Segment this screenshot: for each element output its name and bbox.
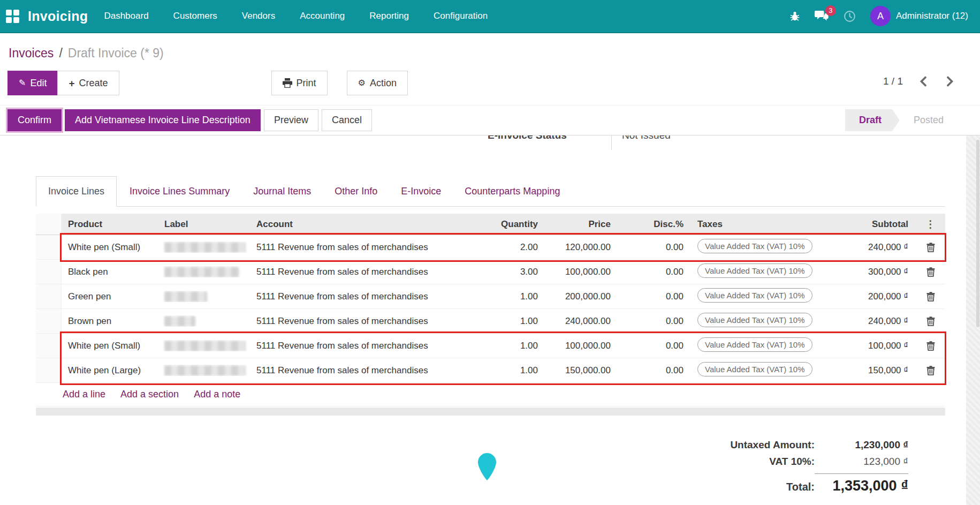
nav-item-dashboard[interactable]: Dashboard	[104, 11, 148, 21]
discount-cell[interactable]: 0.00	[618, 341, 691, 351]
tab-e-invoice[interactable]: E-Invoice	[401, 177, 441, 206]
taxes-cell[interactable]: Value Added Tax (VAT) 10%	[691, 337, 831, 355]
activities-button[interactable]	[843, 10, 856, 23]
account-cell[interactable]: 5111 Revenue from sales of merchandises	[250, 267, 470, 277]
preview-button[interactable]: Preview	[264, 109, 318, 131]
account-cell[interactable]: 5111 Revenue from sales of merchandises	[250, 316, 470, 327]
app-title[interactable]: Invoicing	[28, 9, 88, 24]
tax-tag[interactable]: Value Added Tax (VAT) 10%	[697, 239, 812, 253]
add-vietnamese-description-button[interactable]: Add Vietnamese Invoice Line Description	[65, 109, 261, 131]
breadcrumb-invoices-link[interactable]: Invoices	[9, 46, 54, 61]
table-row[interactable]: Brown pen 5111 Revenue from sales of mer…	[36, 309, 945, 334]
create-button[interactable]: + Create	[57, 71, 119, 95]
add-note-link[interactable]: Add a note	[194, 389, 240, 400]
label-cell[interactable]	[158, 340, 250, 351]
table-row[interactable]: White pen (Small) 5111 Revenue from sale…	[36, 235, 945, 260]
header-quantity[interactable]: Quantity	[470, 219, 545, 230]
optional-columns-icon[interactable]: ⋮	[916, 218, 945, 230]
taxes-cell[interactable]: Value Added Tax (VAT) 10%	[691, 362, 831, 379]
apps-menu-button[interactable]	[0, 0, 25, 33]
quantity-cell[interactable]: 1.00	[470, 316, 545, 327]
product-cell[interactable]: White pen (Large)	[62, 365, 158, 376]
delete-row-button[interactable]	[916, 267, 945, 277]
print-button[interactable]: Print	[271, 71, 328, 95]
taxes-cell[interactable]: Value Added Tax (VAT) 10%	[691, 288, 831, 305]
discount-cell[interactable]: 0.00	[618, 291, 691, 302]
edit-button[interactable]: ✎ Edit	[7, 71, 58, 95]
table-row[interactable]: Green pen 5111 Revenue from sales of mer…	[36, 284, 945, 309]
nav-item-vendors[interactable]: Vendors	[242, 11, 275, 21]
status-step-draft[interactable]: Draft	[845, 109, 900, 131]
user-menu[interactable]: A Administrator (12)	[870, 6, 968, 26]
add-section-link[interactable]: Add a section	[120, 389, 179, 400]
vertical-scrollbar[interactable]	[966, 135, 980, 505]
row-handle[interactable]	[36, 260, 62, 284]
taxes-cell[interactable]: Value Added Tax (VAT) 10%	[691, 313, 831, 330]
horizontal-scrollbar[interactable]	[36, 408, 945, 416]
header-subtotal[interactable]: Subtotal	[831, 219, 916, 230]
messages-button[interactable]: 3	[815, 10, 829, 22]
label-cell[interactable]	[158, 315, 250, 327]
discount-cell[interactable]: 0.00	[618, 242, 691, 253]
price-cell[interactable]: 100,000.00	[545, 341, 618, 351]
pager-previous-button[interactable]	[917, 74, 930, 89]
vertical-scrollbar-thumb[interactable]	[976, 140, 979, 327]
price-cell[interactable]: 200,000.00	[545, 291, 618, 302]
delete-row-button[interactable]	[916, 366, 945, 375]
nav-item-accounting[interactable]: Accounting	[300, 11, 345, 21]
discount-cell[interactable]: 0.00	[618, 316, 691, 327]
product-cell[interactable]: Black pen	[62, 267, 158, 277]
row-handle[interactable]	[36, 358, 62, 382]
tab-other-info[interactable]: Other Info	[335, 177, 377, 206]
tab-invoice-lines[interactable]: Invoice Lines	[36, 176, 117, 207]
tax-tag[interactable]: Value Added Tax (VAT) 10%	[697, 288, 812, 303]
product-cell[interactable]: Green pen	[62, 291, 158, 302]
price-cell[interactable]: 100,000.00	[545, 267, 618, 277]
delete-row-button[interactable]	[916, 316, 945, 326]
quantity-cell[interactable]: 1.00	[470, 291, 545, 302]
tax-tag[interactable]: Value Added Tax (VAT) 10%	[697, 313, 812, 327]
tax-tag[interactable]: Value Added Tax (VAT) 10%	[697, 362, 812, 376]
add-line-link[interactable]: Add a line	[63, 389, 105, 400]
delete-row-button[interactable]	[916, 292, 945, 302]
price-cell[interactable]: 120,000.00	[545, 242, 618, 253]
price-cell[interactable]: 150,000.00	[545, 365, 618, 376]
nav-item-customers[interactable]: Customers	[173, 11, 217, 21]
account-cell[interactable]: 5111 Revenue from sales of merchandises	[250, 242, 470, 253]
confirm-button[interactable]: Confirm	[7, 109, 62, 131]
taxes-cell[interactable]: Value Added Tax (VAT) 10%	[691, 239, 831, 256]
label-cell[interactable]	[158, 242, 250, 253]
label-cell[interactable]	[158, 365, 250, 376]
product-cell[interactable]: Brown pen	[62, 316, 158, 327]
tax-tag[interactable]: Value Added Tax (VAT) 10%	[697, 337, 812, 352]
discount-cell[interactable]: 0.00	[618, 267, 691, 277]
taxes-cell[interactable]: Value Added Tax (VAT) 10%	[691, 263, 831, 281]
status-step-posted[interactable]: Posted	[900, 109, 958, 131]
header-label[interactable]: Label	[158, 219, 250, 230]
quantity-cell[interactable]: 2.00	[470, 242, 545, 253]
table-row[interactable]: White pen (Small) 5111 Revenue from sale…	[36, 334, 945, 358]
row-handle[interactable]	[36, 309, 62, 333]
quantity-cell[interactable]: 1.00	[470, 365, 545, 376]
table-row[interactable]: Black pen 5111 Revenue from sales of mer…	[36, 260, 945, 284]
tax-tag[interactable]: Value Added Tax (VAT) 10%	[697, 263, 812, 278]
label-cell[interactable]	[158, 266, 250, 277]
header-account[interactable]: Account	[250, 219, 470, 230]
header-price[interactable]: Price	[545, 219, 618, 230]
header-disc[interactable]: Disc.%	[618, 219, 691, 230]
header-product[interactable]: Product	[62, 219, 158, 230]
row-handle[interactable]	[36, 334, 62, 358]
nav-item-reporting[interactable]: Reporting	[369, 11, 409, 21]
quantity-cell[interactable]: 3.00	[470, 267, 545, 277]
nav-item-configuration[interactable]: Configuration	[434, 11, 488, 21]
row-handle[interactable]	[36, 235, 62, 259]
tab-invoice-lines-summary[interactable]: Invoice Lines Summary	[130, 177, 230, 206]
tab-journal-items[interactable]: Journal Items	[253, 177, 311, 206]
delete-row-button[interactable]	[916, 243, 945, 252]
account-cell[interactable]: 5111 Revenue from sales of merchandises	[250, 365, 470, 376]
delete-row-button[interactable]	[916, 341, 945, 351]
product-cell[interactable]: White pen (Small)	[62, 341, 158, 351]
debug-button[interactable]	[789, 10, 801, 22]
price-cell[interactable]: 240,000.00	[545, 316, 618, 327]
account-cell[interactable]: 5111 Revenue from sales of merchandises	[250, 291, 470, 302]
